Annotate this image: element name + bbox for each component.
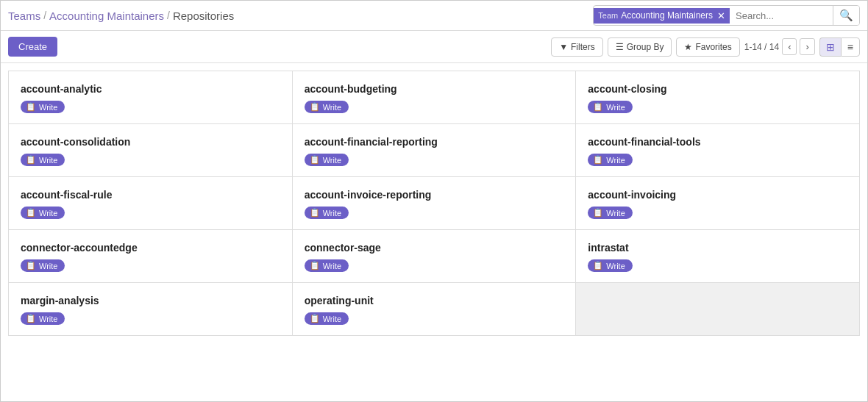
repo-card[interactable]: account-consolidation📋Write: [9, 124, 293, 177]
group-by-button[interactable]: ☰ Group By: [608, 37, 672, 57]
badge-label: Write: [39, 262, 57, 270]
repo-card[interactable]: account-invoice-reporting📋Write: [293, 177, 577, 230]
badge-label: Write: [606, 103, 625, 112]
badge-label: Write: [606, 209, 625, 218]
write-badge: 📋Write: [305, 259, 349, 272]
group-icon: ☰: [616, 42, 624, 52]
write-badge: 📋Write: [588, 259, 632, 272]
badge-label: Write: [39, 103, 57, 112]
write-badge: 📋Write: [588, 207, 632, 219]
repo-name: account-invoicing: [588, 189, 847, 201]
badge-label: Write: [39, 156, 57, 165]
badge-icon: 📋: [26, 261, 36, 270]
pagination-text: 1-14 / 14: [744, 42, 779, 52]
repo-name: account-financial-reporting: [305, 136, 564, 148]
write-badge: 📋Write: [588, 154, 632, 166]
next-page-button[interactable]: ›: [800, 38, 814, 55]
filters-label: Filters: [571, 42, 595, 52]
repo-card[interactable]: intrastat📋Write: [576, 230, 860, 283]
tag-value: Accounting Maintainers: [621, 10, 713, 21]
write-badge: 📋Write: [305, 101, 349, 113]
repo-name: connector-accountedge: [21, 242, 280, 254]
search-bar: Team Accounting Maintainers ✕ 🔍: [593, 5, 860, 26]
repo-card[interactable]: connector-sage📋Write: [293, 230, 577, 283]
badge-label: Write: [323, 315, 341, 323]
grid-view-button[interactable]: ⊞: [819, 37, 841, 57]
badge-label: Write: [323, 156, 341, 165]
view-toggles: ⊞ ≡: [819, 37, 860, 57]
top-bar: Teams / Accounting Maintainers / Reposit…: [1, 1, 867, 31]
breadcrumb-teams[interactable]: Teams: [8, 10, 40, 22]
write-badge: 📋Write: [305, 207, 349, 219]
tag-close-btn[interactable]: ✕: [717, 10, 725, 21]
breadcrumb-current: Repositories: [173, 10, 234, 22]
repo-name: connector-sage: [305, 242, 564, 254]
repos-grid: account-analytic📋Writeaccount-budgeting📋…: [8, 71, 860, 336]
prev-page-button[interactable]: ‹: [782, 38, 797, 55]
repo-name: account-fiscal-rule: [21, 189, 280, 201]
create-button[interactable]: Create: [8, 37, 57, 57]
badge-icon: 📋: [310, 208, 320, 218]
badge-icon: 📋: [310, 314, 320, 323]
toolbar-right: ▼ Filters ☰ Group By ★ Favorites 1-14 / …: [551, 37, 860, 57]
repo-name: operating-unit: [305, 295, 564, 306]
group-by-label: Group By: [627, 42, 664, 52]
filter-icon: ▼: [559, 42, 568, 52]
badge-label: Write: [39, 315, 57, 323]
star-icon: ★: [684, 42, 692, 52]
search-tag: Team Accounting Maintainers ✕: [594, 8, 730, 24]
favorites-label: Favorites: [695, 42, 731, 52]
write-badge: 📋Write: [21, 259, 65, 272]
top-right: Team Accounting Maintainers ✕ 🔍: [593, 5, 860, 26]
breadcrumb-sep1: /: [43, 10, 46, 21]
badge-icon: 📋: [593, 102, 603, 112]
repo-card-empty: [576, 283, 860, 336]
repo-card[interactable]: account-financial-tools📋Write: [576, 124, 860, 177]
search-button[interactable]: 🔍: [833, 6, 859, 25]
repo-card[interactable]: account-invoicing📋Write: [576, 177, 860, 230]
badge-icon: 📋: [310, 155, 320, 165]
badge-label: Write: [323, 209, 341, 218]
repo-card[interactable]: connector-accountedge📋Write: [9, 230, 293, 283]
badge-icon: 📋: [26, 208, 36, 218]
action-bar: Create ▼ Filters ☰ Group By ★ Favorites …: [1, 31, 867, 63]
breadcrumb-sep2: /: [167, 10, 170, 21]
badge-icon: 📋: [593, 261, 603, 270]
badge-icon: 📋: [593, 208, 603, 218]
breadcrumb: Teams / Accounting Maintainers / Reposit…: [8, 10, 234, 22]
repo-card[interactable]: margin-analysis📋Write: [9, 283, 293, 336]
page-wrapper: Teams / Accounting Maintainers / Reposit…: [0, 0, 868, 402]
list-view-button[interactable]: ≡: [841, 37, 860, 57]
badge-icon: 📋: [310, 261, 320, 270]
favorites-button[interactable]: ★ Favorites: [676, 37, 739, 57]
pagination: 1-14 / 14 ‹ ›: [744, 38, 815, 55]
repo-card[interactable]: account-closing📋Write: [576, 71, 860, 124]
breadcrumb-group[interactable]: Accounting Maintainers: [49, 10, 164, 22]
repo-card[interactable]: account-analytic📋Write: [9, 71, 293, 124]
badge-icon: 📋: [310, 102, 320, 112]
repo-name: account-financial-tools: [588, 136, 847, 148]
write-badge: 📋Write: [21, 207, 65, 219]
badge-icon: 📋: [26, 314, 36, 323]
repo-name: account-budgeting: [305, 83, 564, 95]
repo-card[interactable]: account-fiscal-rule📋Write: [9, 177, 293, 230]
repo-card[interactable]: account-financial-reporting📋Write: [293, 124, 577, 177]
write-badge: 📋Write: [588, 101, 632, 113]
search-input[interactable]: [730, 7, 833, 24]
write-badge: 📋Write: [305, 312, 349, 325]
repo-card[interactable]: operating-unit📋Write: [293, 283, 577, 336]
write-badge: 📋Write: [21, 154, 65, 166]
repo-name: intrastat: [588, 242, 847, 254]
repo-card[interactable]: account-budgeting📋Write: [293, 71, 577, 124]
repo-name: account-consolidation: [21, 136, 280, 148]
badge-label: Write: [323, 262, 341, 270]
tag-label: Team: [598, 11, 618, 20]
write-badge: 📋Write: [21, 312, 65, 325]
badge-icon: 📋: [593, 155, 603, 165]
badge-label: Write: [606, 262, 625, 270]
filters-button[interactable]: ▼ Filters: [551, 37, 603, 57]
write-badge: 📋Write: [305, 154, 349, 166]
badge-label: Write: [606, 156, 625, 165]
repo-name: account-invoice-reporting: [305, 189, 564, 201]
badge-label: Write: [323, 103, 341, 112]
